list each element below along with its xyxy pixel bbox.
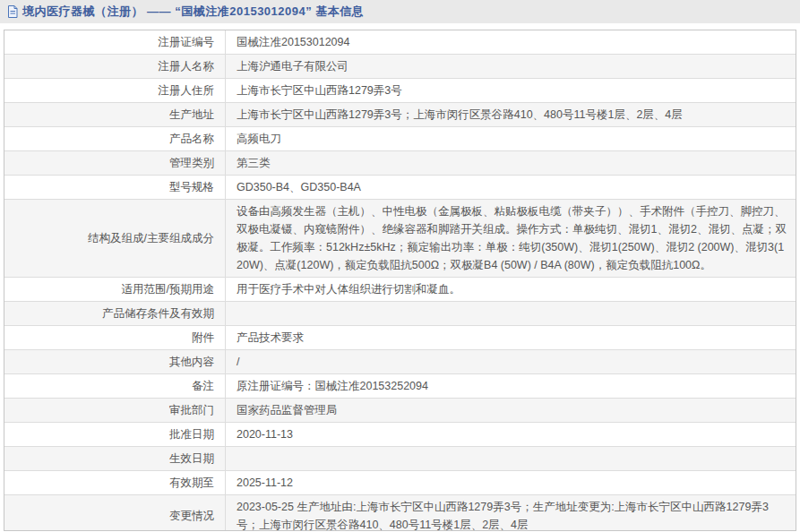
row-label-cell: 附件 — [4, 326, 226, 349]
row-value: 上海沪通电子有限公司 — [237, 57, 348, 75]
row-label-cell: 批准日期 — [4, 423, 226, 446]
row-value: 上海市长宁区中山西路1279弄3号 — [237, 82, 402, 99]
row-label-cell: 适用范围/预期用途 — [4, 278, 226, 301]
row-value: 上海市长宁区中山西路1279弄3号；上海市闵行区景谷路410、480号11号楼1… — [237, 106, 683, 124]
row-label: 附件 — [192, 329, 214, 347]
row-value-cell — [226, 447, 796, 470]
table-row: 备注 原注册证编号：国械注准20153252094 — [4, 374, 796, 399]
row-value: GD350-B4、GD350-B4A — [237, 178, 361, 196]
row-value: 用于医疗手术中对人体组织进行切割和凝血。 — [237, 280, 460, 298]
row-label: 备注 — [192, 377, 214, 395]
row-label: 生产地址 — [169, 106, 214, 124]
table-row: 注册人名称 上海沪通电子有限公司 — [4, 55, 796, 79]
table-row: 管理类别 第三类 — [4, 151, 796, 176]
row-label: 审批部门 — [169, 401, 214, 419]
table-row: 生产地址 上海市长宁区中山西路1279弄3号；上海市闵行区景谷路410、480号… — [4, 103, 796, 127]
table-row: 附件 产品技术要求 — [4, 326, 796, 350]
row-label-cell: 变更情况 — [4, 495, 226, 531]
table-row: 变更情况 2023-05-25 生产地址由:上海市长宁区中山西路1279弄3号；… — [4, 495, 796, 531]
row-value: 产品技术要求 — [237, 329, 304, 347]
table-row: 结构及组成/主要组成成分 设备由高频发生器（主机）、中性电极（金属极板、粘贴极板… — [4, 200, 796, 278]
row-value-cell: 原注册证编号：国械注准20153252094 — [226, 374, 796, 398]
row-label: 管理类别 — [169, 154, 214, 172]
row-label-cell: 生效日期 — [4, 447, 226, 470]
row-label: 有效期至 — [169, 474, 214, 492]
row-label: 其他内容 — [169, 353, 214, 371]
table-row: 注册人住所 上海市长宁区中山西路1279弄3号 — [4, 79, 796, 103]
row-value-cell: 产品技术要求 — [226, 326, 796, 349]
row-value-cell: 高频电刀 — [226, 127, 796, 150]
row-label-cell: 结构及组成/主要组成成分 — [4, 200, 226, 277]
table-row: 注册证编号 国械注准20153012094 — [4, 30, 796, 55]
table-row: 有效期至 2025-11-12 — [4, 471, 796, 495]
row-value-cell: 用于医疗手术中对人体组织进行切割和凝血。 — [226, 278, 796, 301]
row-value: 国械注准20153012094 — [237, 33, 349, 51]
row-value: / — [237, 353, 239, 371]
row-value: 第三类 — [237, 154, 271, 172]
row-value-cell — [226, 302, 796, 325]
row-label-cell: 产品储存条件及有效期 — [4, 302, 226, 325]
row-value: 高频电刀 — [237, 130, 281, 148]
table-row: 批准日期 2020-11-13 — [4, 423, 796, 447]
row-label-cell: 备注 — [4, 374, 226, 398]
table-row: 生效日期 — [4, 447, 796, 471]
row-label: 适用范围/预期用途 — [122, 280, 214, 298]
row-value: 设备由高频发生器（主机）、中性电极（金属极板、粘贴极板电缆（带夹子））、手术附件… — [237, 202, 787, 274]
row-value-cell: 2023-05-25 生产地址由:上海市长宁区中山西路1279弄3号；生产地址变… — [226, 495, 796, 531]
row-label: 变更情况 — [169, 507, 214, 525]
row-label-cell: 生产地址 — [4, 103, 226, 126]
row-label-cell: 产品名称 — [4, 127, 226, 150]
row-label: 产品储存条件及有效期 — [102, 305, 214, 322]
row-label-cell: 管理类别 — [4, 151, 226, 175]
document-icon — [7, 5, 18, 18]
row-value-cell: 2025-11-12 — [226, 471, 796, 494]
row-label: 注册人名称 — [159, 57, 215, 75]
row-value-cell: 上海沪通电子有限公司 — [226, 55, 796, 78]
row-value-cell: 国家药品监督管理局 — [226, 399, 796, 422]
row-label-cell: 有效期至 — [4, 471, 226, 494]
row-value: 2023-05-25 生产地址由:上海市长宁区中山西路1279弄3号；生产地址变… — [237, 498, 787, 531]
table-row: 适用范围/预期用途 用于医疗手术中对人体组织进行切割和凝血。 — [4, 278, 796, 302]
row-label-cell: 其他内容 — [4, 350, 226, 373]
row-label: 型号规格 — [169, 178, 214, 196]
row-label: 批准日期 — [169, 425, 214, 443]
row-value: 国家药品监督管理局 — [237, 401, 338, 419]
registration-info-table: 注册证编号 国械注准20153012094 注册人名称 上海沪通电子有限公司 — [4, 30, 796, 531]
row-value-cell: / — [226, 350, 796, 373]
row-value: 2025-11-12 — [237, 474, 293, 492]
row-label: 注册证编号 — [159, 33, 215, 51]
row-value-cell: 上海市长宁区中山西路1279弄3号；上海市闵行区景谷路410、480号11号楼1… — [226, 103, 796, 126]
table-row: 审批部门 国家药品监督管理局 — [4, 399, 796, 423]
table-row: 其他内容 / — [4, 350, 796, 374]
row-value-cell: 设备由高频发生器（主机）、中性电极（金属极板、粘贴极板电缆（带夹子））、手术附件… — [226, 200, 796, 277]
page-title: 境内医疗器械（注册） —— “国械注准20153012094” 基本信息 — [22, 4, 364, 20]
row-value: 2020-11-13 — [237, 425, 293, 443]
row-label-cell: 审批部门 — [4, 399, 226, 422]
row-value-cell: 上海市长宁区中山西路1279弄3号 — [226, 79, 796, 102]
row-label-cell: 注册人名称 — [4, 55, 226, 78]
row-label: 结构及组成/主要组成成分 — [88, 229, 214, 247]
row-value-cell: 国械注准20153012094 — [226, 30, 796, 54]
page-header: 境内医疗器械（注册） —— “国械注准20153012094” 基本信息 — [0, 0, 800, 23]
table-row: 产品名称 高频电刀 — [4, 127, 796, 151]
row-value-cell: 2020-11-13 — [226, 423, 796, 446]
row-label: 注册人住所 — [159, 82, 215, 99]
row-label-cell: 注册证编号 — [4, 30, 226, 54]
row-value-cell: 第三类 — [226, 151, 796, 175]
row-value-cell: GD350-B4、GD350-B4A — [226, 176, 796, 199]
row-label: 生效日期 — [169, 450, 214, 468]
row-label-cell: 型号规格 — [4, 176, 226, 199]
row-label-cell: 注册人住所 — [4, 79, 226, 102]
row-value: 原注册证编号：国械注准20153252094 — [237, 377, 428, 395]
table-row: 型号规格 GD350-B4、GD350-B4A — [4, 176, 796, 200]
table-row: 产品储存条件及有效期 — [4, 302, 796, 326]
row-label: 产品名称 — [169, 130, 214, 148]
